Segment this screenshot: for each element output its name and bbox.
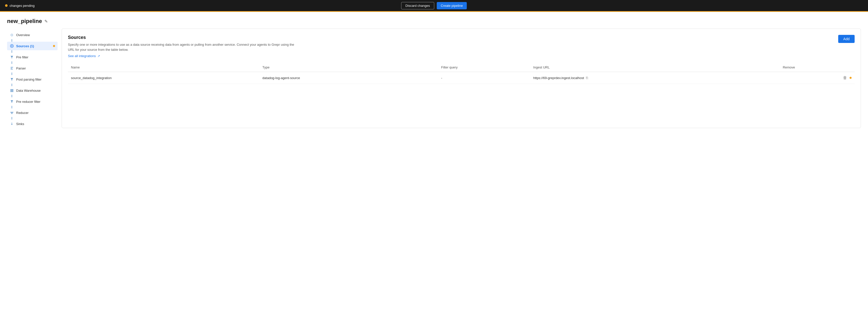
svg-rect-14: [11, 113, 13, 113]
source-name-cell: source_datadog_integration: [68, 72, 259, 84]
remove-container: 🗑: [783, 75, 851, 80]
pre-reducer-filter-icon: [9, 99, 14, 104]
sidebar-item-sources-label: Sources (1): [16, 44, 34, 48]
source-name: source_datadog_integration: [71, 76, 112, 80]
sidebar-item-post-parsing-filter-label: Post parsing filter: [16, 78, 41, 81]
navbar-actions: Discard changes Create pipeline: [401, 2, 467, 9]
overview-icon: ⊙: [9, 33, 14, 37]
sidebar-item-reducer[interactable]: Reducer: [7, 109, 58, 117]
table-header: Name Type Filter query Ingest URL Remove: [68, 63, 855, 72]
svg-marker-7: [10, 78, 13, 81]
connector-line-5: [11, 84, 12, 86]
post-parsing-filter-icon: [9, 77, 14, 82]
sidebar-item-sinks[interactable]: Sinks: [7, 120, 58, 128]
connector-line-6: [11, 95, 12, 97]
add-source-button[interactable]: Add: [838, 35, 855, 43]
connector-line: [11, 39, 12, 42]
content-description: Specify one or more integrations to use …: [68, 42, 295, 52]
sidebar-item-parser[interactable]: Parser: [7, 64, 58, 72]
pre-filter-icon: [9, 55, 14, 59]
svg-marker-3: [10, 56, 13, 58]
svg-rect-15: [11, 114, 12, 114]
sidebar-item-overview[interactable]: ⊙ Overview: [7, 31, 58, 39]
discard-changes-button[interactable]: Discard changes: [401, 2, 434, 9]
page-title: new_pipeline: [7, 18, 42, 25]
connector-line-4: [11, 72, 12, 75]
main-layout: ⊙ Overview Sources (1): [0, 27, 868, 135]
svg-rect-9: [10, 91, 13, 91]
data-warehouse-icon: [9, 88, 14, 93]
source-ingest-url: https://69-greprdev.ingest.localhost: [533, 76, 584, 80]
sidebar-item-parser-label: Parser: [16, 66, 26, 70]
svg-rect-11: [10, 89, 13, 90]
table-header-row: Name Type Filter query Ingest URL Remove: [68, 63, 855, 72]
sources-icon: [9, 44, 14, 48]
table-row: source_datadog_integration datadog-log-a…: [68, 72, 855, 84]
svg-rect-13: [10, 112, 13, 113]
content-area: Sources Specify one or more integrations…: [62, 29, 861, 128]
svg-rect-4: [10, 67, 13, 67]
connector-line-8: [11, 117, 12, 120]
parser-icon: [9, 66, 14, 70]
sidebar-item-sources[interactable]: Sources (1): [7, 42, 58, 50]
see-integrations-label: See all integrations: [68, 54, 96, 58]
sidebar-item-pre-reducer-filter[interactable]: Pre reducer filter: [7, 97, 58, 106]
col-name: Name: [68, 63, 259, 72]
content-title: Sources: [68, 35, 295, 40]
sidebar-item-pre-reducer-filter-label: Pre reducer filter: [16, 100, 40, 103]
source-remove-cell: 🗑: [780, 72, 855, 84]
sidebar-item-sinks-label: Sinks: [16, 122, 24, 126]
source-filter-query: -: [441, 76, 442, 80]
col-ingest-url: Ingest URL: [530, 63, 780, 72]
changes-pending-indicator: changes pending: [5, 4, 35, 7]
see-integrations-link[interactable]: See all integrations ↗: [68, 54, 295, 58]
page-container: new_pipeline ✎ ⊙ Overview: [0, 12, 868, 335]
sidebar-item-pre-filter[interactable]: Pre filter: [7, 53, 58, 61]
sources-table: Name Type Filter query Ingest URL Remove…: [68, 63, 855, 84]
source-type: datadog-log-agent-source: [262, 76, 300, 80]
page-header: new_pipeline ✎: [0, 12, 868, 27]
sidebar: ⊙ Overview Sources (1): [7, 29, 58, 128]
svg-rect-8: [10, 90, 13, 90]
svg-rect-6: [10, 69, 13, 69]
sidebar-item-data-warehouse[interactable]: Data Warehouse: [7, 86, 58, 95]
content-header-left: Sources Specify one or more integrations…: [68, 35, 295, 58]
external-link-icon: ↗: [97, 54, 100, 58]
connector-line-7: [11, 106, 12, 109]
sidebar-item-pre-filter-label: Pre filter: [16, 55, 28, 59]
sidebar-item-reducer-label: Reducer: [16, 111, 29, 115]
copy-url-icon[interactable]: ⎘: [586, 76, 588, 80]
source-status-dot: [849, 77, 851, 79]
changes-pending-label: changes pending: [9, 4, 35, 7]
col-filter-query: Filter query: [438, 63, 530, 72]
sidebar-item-data-warehouse-label: Data Warehouse: [16, 89, 41, 92]
sidebar-item-post-parsing-filter[interactable]: Post parsing filter: [7, 75, 58, 84]
navbar: changes pending Discard changes Create p…: [0, 0, 868, 11]
ingest-url-container: https://69-greprdev.ingest.localhost ⎘: [533, 76, 777, 80]
connector-line-3: [11, 61, 12, 64]
svg-rect-10: [10, 91, 13, 92]
connector-line-2: [11, 50, 12, 53]
svg-marker-12: [10, 100, 13, 103]
delete-source-icon[interactable]: 🗑: [843, 75, 847, 80]
source-filter-query-cell: -: [438, 72, 530, 84]
col-type: Type: [259, 63, 438, 72]
sinks-icon: [9, 122, 14, 126]
reducer-icon: [9, 111, 14, 115]
source-type-cell: datadog-log-agent-source: [259, 72, 438, 84]
create-pipeline-button[interactable]: Create pipeline: [437, 2, 467, 9]
changes-dot-icon: [5, 4, 7, 7]
svg-rect-5: [10, 68, 12, 68]
source-ingest-url-cell: https://69-greprdev.ingest.localhost ⎘: [530, 72, 780, 84]
svg-marker-17: [11, 124, 12, 125]
table-body: source_datadog_integration datadog-log-a…: [68, 72, 855, 84]
content-header: Sources Specify one or more integrations…: [68, 35, 855, 58]
edit-title-icon[interactable]: ✎: [44, 19, 48, 24]
sources-badge: [53, 45, 55, 47]
col-remove: Remove: [780, 63, 855, 72]
sidebar-item-overview-label: Overview: [16, 33, 30, 37]
